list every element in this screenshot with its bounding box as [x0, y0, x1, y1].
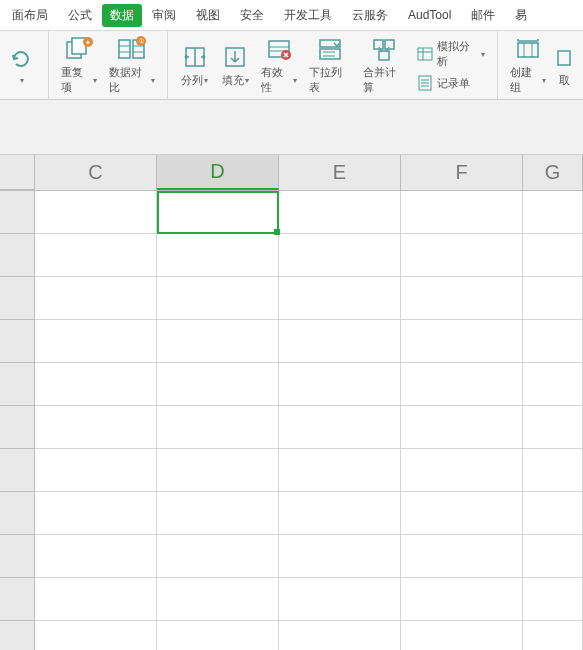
col-header-d[interactable]: D	[157, 155, 279, 190]
cell[interactable]	[157, 320, 279, 363]
cell[interactable]	[35, 234, 157, 277]
partial-button[interactable]: ▾	[0, 44, 42, 87]
cell[interactable]	[35, 363, 157, 406]
row-header[interactable]	[0, 320, 35, 363]
cell[interactable]	[157, 492, 279, 535]
cell[interactable]	[401, 191, 523, 234]
row-header[interactable]	[0, 234, 35, 277]
row-header[interactable]	[0, 578, 35, 621]
cell[interactable]	[401, 277, 523, 320]
cell[interactable]	[279, 320, 401, 363]
cell[interactable]	[157, 363, 279, 406]
cell[interactable]	[157, 277, 279, 320]
cell[interactable]	[523, 191, 583, 234]
cell[interactable]	[523, 492, 583, 535]
cell[interactable]	[401, 234, 523, 277]
cell[interactable]	[279, 492, 401, 535]
cell[interactable]	[35, 191, 157, 234]
svg-rect-26	[418, 48, 432, 60]
cell[interactable]	[35, 492, 157, 535]
menu-tab-cloud[interactable]: 云服务	[342, 3, 398, 28]
row-header[interactable]	[0, 406, 35, 449]
cell[interactable]	[35, 320, 157, 363]
cell[interactable]	[523, 535, 583, 578]
cell[interactable]	[35, 406, 157, 449]
cell[interactable]	[401, 363, 523, 406]
menu-tab-view[interactable]: 视图	[186, 3, 230, 28]
cell[interactable]	[401, 621, 523, 650]
menu-tab-formula[interactable]: 公式	[58, 3, 102, 28]
cell[interactable]	[401, 492, 523, 535]
menu-tab-layout[interactable]: 面布局	[2, 3, 58, 28]
cell[interactable]	[523, 621, 583, 650]
cell[interactable]	[157, 621, 279, 650]
cell[interactable]	[279, 363, 401, 406]
validity-button[interactable]: 有效性▾	[255, 33, 303, 97]
menu-tab-audtool[interactable]: AudTool	[398, 4, 461, 26]
cell[interactable]	[279, 449, 401, 492]
row-header[interactable]	[0, 363, 35, 406]
cell[interactable]	[523, 277, 583, 320]
cell[interactable]	[35, 621, 157, 650]
ungroup-button-partial[interactable]: 取	[552, 41, 577, 90]
menu-tab-mail[interactable]: 邮件	[461, 3, 505, 28]
cell[interactable]	[279, 535, 401, 578]
cell[interactable]	[35, 578, 157, 621]
cell[interactable]	[157, 191, 279, 234]
cell[interactable]	[401, 449, 523, 492]
cell[interactable]	[401, 406, 523, 449]
cell[interactable]	[523, 449, 583, 492]
cell[interactable]	[523, 320, 583, 363]
col-header-e[interactable]: E	[279, 155, 401, 190]
cell[interactable]	[157, 535, 279, 578]
cell[interactable]	[279, 406, 401, 449]
corner-header[interactable]	[0, 155, 35, 190]
record-form-button[interactable]: 记录单	[417, 75, 485, 91]
create-group-button[interactable]: 创建组▾	[504, 33, 552, 97]
data-compare-button[interactable]: ① 数据对比▾	[103, 33, 161, 97]
row-header[interactable]	[0, 535, 35, 578]
duplicate-button[interactable]: ✦ 重复项▾	[55, 33, 103, 97]
cell[interactable]	[523, 578, 583, 621]
col-header-c[interactable]: C	[35, 155, 157, 190]
cell[interactable]	[157, 234, 279, 277]
ribbon-group-duplicate: ✦ 重复项▾ ① 数据对比▾	[49, 31, 168, 99]
col-header-g[interactable]: G	[523, 155, 583, 190]
row-header[interactable]	[0, 621, 35, 650]
menu-tab-review[interactable]: 审阅	[142, 3, 186, 28]
cell[interactable]	[35, 277, 157, 320]
dropdown-list-button[interactable]: 下拉列表	[303, 33, 357, 97]
table-row	[0, 234, 583, 277]
row-header[interactable]	[0, 492, 35, 535]
cell[interactable]	[401, 320, 523, 363]
cell[interactable]	[523, 363, 583, 406]
cell[interactable]	[279, 578, 401, 621]
merge-calc-button[interactable]: 合并计算	[357, 33, 411, 97]
menu-tab-devtools[interactable]: 开发工具	[274, 3, 342, 28]
cell[interactable]	[279, 191, 401, 234]
cell[interactable]	[401, 578, 523, 621]
cell[interactable]	[157, 578, 279, 621]
menu-tab-partial[interactable]: 易	[505, 3, 537, 28]
cell[interactable]	[35, 449, 157, 492]
cell[interactable]	[279, 277, 401, 320]
cell[interactable]	[523, 234, 583, 277]
menu-tab-security[interactable]: 安全	[230, 3, 274, 28]
cell[interactable]	[157, 406, 279, 449]
cell[interactable]	[279, 234, 401, 277]
cell[interactable]	[523, 406, 583, 449]
sim-analysis-button[interactable]: 模拟分析 ▾	[417, 39, 485, 69]
cell[interactable]	[35, 535, 157, 578]
cell[interactable]	[157, 449, 279, 492]
fill-button[interactable]: 填充▾	[215, 41, 255, 90]
row-header[interactable]	[0, 191, 35, 234]
cell[interactable]	[279, 621, 401, 650]
split-column-button[interactable]: 分列▾	[174, 41, 214, 90]
col-header-f[interactable]: F	[401, 155, 523, 190]
row-header[interactable]	[0, 449, 35, 492]
cell[interactable]	[401, 535, 523, 578]
formula-bar-area[interactable]	[0, 100, 583, 155]
row-header[interactable]	[0, 277, 35, 320]
menu-tab-data[interactable]: 数据	[102, 4, 142, 27]
table-row	[0, 320, 583, 363]
